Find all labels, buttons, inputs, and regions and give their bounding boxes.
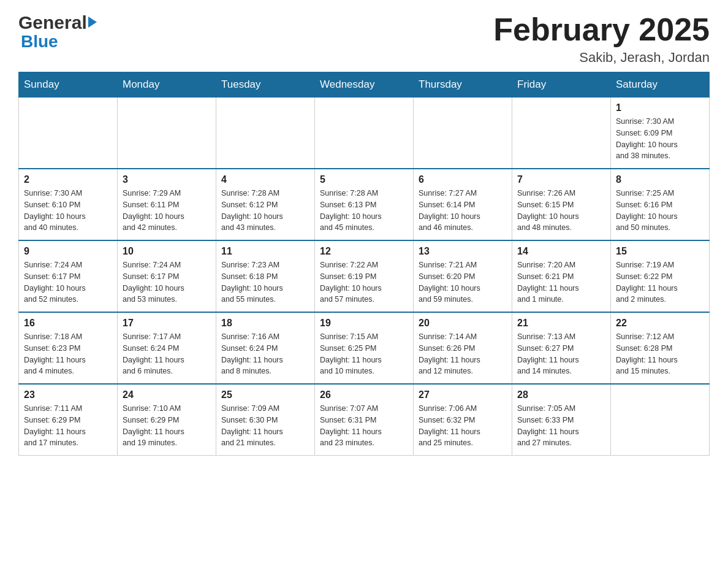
day-info: Sunrise: 7:16 AMSunset: 6:24 PMDaylight:… bbox=[221, 331, 309, 377]
day-info: Sunrise: 7:23 AMSunset: 6:18 PMDaylight:… bbox=[221, 259, 309, 305]
day-info: Sunrise: 7:30 AMSunset: 6:09 PMDaylight:… bbox=[616, 116, 704, 162]
day-number: 15 bbox=[616, 246, 704, 257]
day-info: Sunrise: 7:11 AMSunset: 6:29 PMDaylight:… bbox=[24, 403, 112, 449]
calendar-cell: 17Sunrise: 7:17 AMSunset: 6:24 PMDayligh… bbox=[118, 312, 216, 384]
day-info: Sunrise: 7:06 AMSunset: 6:32 PMDaylight:… bbox=[419, 403, 507, 449]
calendar-cell: 18Sunrise: 7:16 AMSunset: 6:24 PMDayligh… bbox=[216, 312, 315, 384]
calendar-cell: 12Sunrise: 7:22 AMSunset: 6:19 PMDayligh… bbox=[315, 240, 414, 312]
day-number: 8 bbox=[616, 174, 704, 185]
logo: General Blue bbox=[18, 12, 97, 50]
weekday-header-row: SundayMondayTuesdayWednesdayThursdayFrid… bbox=[19, 72, 710, 98]
calendar-week-3: 9Sunrise: 7:24 AMSunset: 6:17 PMDaylight… bbox=[19, 240, 710, 312]
calendar-cell bbox=[611, 384, 710, 456]
calendar-week-5: 23Sunrise: 7:11 AMSunset: 6:29 PMDayligh… bbox=[19, 384, 710, 456]
calendar-cell bbox=[315, 98, 414, 169]
calendar-cell bbox=[414, 98, 512, 169]
day-info: Sunrise: 7:30 AMSunset: 6:10 PMDaylight:… bbox=[24, 188, 112, 234]
title-block: February 2025 Sakib, Jerash, Jordan bbox=[493, 12, 710, 66]
day-number: 1 bbox=[616, 102, 704, 113]
day-info: Sunrise: 7:27 AMSunset: 6:14 PMDaylight:… bbox=[419, 188, 507, 234]
weekday-header-thursday: Thursday bbox=[414, 72, 512, 98]
calendar-cell: 28Sunrise: 7:05 AMSunset: 6:33 PMDayligh… bbox=[512, 384, 611, 456]
day-number: 21 bbox=[517, 318, 605, 329]
day-info: Sunrise: 7:18 AMSunset: 6:23 PMDaylight:… bbox=[24, 331, 112, 377]
day-number: 4 bbox=[221, 174, 309, 185]
day-number: 20 bbox=[419, 318, 507, 329]
day-number: 9 bbox=[24, 246, 112, 257]
calendar-week-4: 16Sunrise: 7:18 AMSunset: 6:23 PMDayligh… bbox=[19, 312, 710, 384]
calendar-cell: 24Sunrise: 7:10 AMSunset: 6:29 PMDayligh… bbox=[118, 384, 216, 456]
day-number: 14 bbox=[517, 246, 605, 257]
calendar-cell: 6Sunrise: 7:27 AMSunset: 6:14 PMDaylight… bbox=[414, 169, 512, 240]
day-number: 2 bbox=[24, 174, 112, 185]
calendar-cell: 3Sunrise: 7:29 AMSunset: 6:11 PMDaylight… bbox=[118, 169, 216, 240]
calendar-cell: 13Sunrise: 7:21 AMSunset: 6:20 PMDayligh… bbox=[414, 240, 512, 312]
calendar-week-2: 2Sunrise: 7:30 AMSunset: 6:10 PMDaylight… bbox=[19, 169, 710, 240]
day-number: 22 bbox=[616, 318, 704, 329]
calendar-cell bbox=[512, 98, 611, 169]
day-info: Sunrise: 7:12 AMSunset: 6:28 PMDaylight:… bbox=[616, 331, 704, 377]
calendar-cell bbox=[19, 98, 118, 169]
calendar-cell: 20Sunrise: 7:14 AMSunset: 6:26 PMDayligh… bbox=[414, 312, 512, 384]
day-info: Sunrise: 7:24 AMSunset: 6:17 PMDaylight:… bbox=[123, 259, 211, 305]
day-number: 19 bbox=[320, 318, 408, 329]
calendar-cell: 4Sunrise: 7:28 AMSunset: 6:12 PMDaylight… bbox=[216, 169, 315, 240]
day-number: 13 bbox=[419, 246, 507, 257]
day-info: Sunrise: 7:29 AMSunset: 6:11 PMDaylight:… bbox=[123, 188, 211, 234]
day-number: 11 bbox=[221, 246, 309, 257]
calendar-cell: 23Sunrise: 7:11 AMSunset: 6:29 PMDayligh… bbox=[19, 384, 118, 456]
calendar-cell: 11Sunrise: 7:23 AMSunset: 6:18 PMDayligh… bbox=[216, 240, 315, 312]
day-number: 27 bbox=[419, 389, 507, 400]
calendar-cell: 22Sunrise: 7:12 AMSunset: 6:28 PMDayligh… bbox=[611, 312, 710, 384]
day-number: 28 bbox=[517, 389, 605, 400]
logo-general-text: General bbox=[18, 12, 87, 33]
weekday-header-sunday: Sunday bbox=[19, 72, 118, 98]
day-info: Sunrise: 7:15 AMSunset: 6:25 PMDaylight:… bbox=[320, 331, 408, 377]
day-number: 16 bbox=[24, 318, 112, 329]
weekday-header-monday: Monday bbox=[118, 72, 216, 98]
calendar-cell bbox=[118, 98, 216, 169]
day-info: Sunrise: 7:13 AMSunset: 6:27 PMDaylight:… bbox=[517, 331, 605, 377]
day-info: Sunrise: 7:17 AMSunset: 6:24 PMDaylight:… bbox=[123, 331, 211, 377]
day-number: 10 bbox=[123, 246, 211, 257]
weekday-header-friday: Friday bbox=[512, 72, 611, 98]
day-number: 5 bbox=[320, 174, 408, 185]
weekday-header-tuesday: Tuesday bbox=[216, 72, 315, 98]
day-info: Sunrise: 7:22 AMSunset: 6:19 PMDaylight:… bbox=[320, 259, 408, 305]
day-number: 3 bbox=[123, 174, 211, 185]
calendar-cell: 10Sunrise: 7:24 AMSunset: 6:17 PMDayligh… bbox=[118, 240, 216, 312]
day-info: Sunrise: 7:10 AMSunset: 6:29 PMDaylight:… bbox=[123, 403, 211, 449]
day-info: Sunrise: 7:28 AMSunset: 6:12 PMDaylight:… bbox=[221, 188, 309, 234]
calendar-cell: 21Sunrise: 7:13 AMSunset: 6:27 PMDayligh… bbox=[512, 312, 611, 384]
day-info: Sunrise: 7:14 AMSunset: 6:26 PMDaylight:… bbox=[419, 331, 507, 377]
calendar-cell: 16Sunrise: 7:18 AMSunset: 6:23 PMDayligh… bbox=[19, 312, 118, 384]
calendar-cell: 26Sunrise: 7:07 AMSunset: 6:31 PMDayligh… bbox=[315, 384, 414, 456]
calendar-cell: 9Sunrise: 7:24 AMSunset: 6:17 PMDaylight… bbox=[19, 240, 118, 312]
day-info: Sunrise: 7:19 AMSunset: 6:22 PMDaylight:… bbox=[616, 259, 704, 305]
day-number: 26 bbox=[320, 389, 408, 400]
day-info: Sunrise: 7:09 AMSunset: 6:30 PMDaylight:… bbox=[221, 403, 309, 449]
calendar-cell: 8Sunrise: 7:25 AMSunset: 6:16 PMDaylight… bbox=[611, 169, 710, 240]
day-number: 12 bbox=[320, 246, 408, 257]
day-number: 25 bbox=[221, 389, 309, 400]
day-info: Sunrise: 7:24 AMSunset: 6:17 PMDaylight:… bbox=[24, 259, 112, 305]
day-info: Sunrise: 7:20 AMSunset: 6:21 PMDaylight:… bbox=[517, 259, 605, 305]
calendar-cell: 25Sunrise: 7:09 AMSunset: 6:30 PMDayligh… bbox=[216, 384, 315, 456]
day-info: Sunrise: 7:26 AMSunset: 6:15 PMDaylight:… bbox=[517, 188, 605, 234]
calendar-table: SundayMondayTuesdayWednesdayThursdayFrid… bbox=[18, 72, 710, 456]
logo-blue-text: Blue bbox=[21, 33, 58, 50]
calendar-title: February 2025 bbox=[493, 12, 710, 47]
calendar-cell: 7Sunrise: 7:26 AMSunset: 6:15 PMDaylight… bbox=[512, 169, 611, 240]
day-info: Sunrise: 7:07 AMSunset: 6:31 PMDaylight:… bbox=[320, 403, 408, 449]
calendar-subtitle: Sakib, Jerash, Jordan bbox=[493, 50, 710, 66]
calendar-cell: 14Sunrise: 7:20 AMSunset: 6:21 PMDayligh… bbox=[512, 240, 611, 312]
page-header: General Blue February 2025 Sakib, Jerash… bbox=[18, 12, 710, 66]
weekday-header-wednesday: Wednesday bbox=[315, 72, 414, 98]
calendar-week-1: 1Sunrise: 7:30 AMSunset: 6:09 PMDaylight… bbox=[19, 98, 710, 169]
calendar-cell: 5Sunrise: 7:28 AMSunset: 6:13 PMDaylight… bbox=[315, 169, 414, 240]
day-number: 18 bbox=[221, 318, 309, 329]
calendar-cell: 2Sunrise: 7:30 AMSunset: 6:10 PMDaylight… bbox=[19, 169, 118, 240]
day-number: 7 bbox=[517, 174, 605, 185]
weekday-header-saturday: Saturday bbox=[611, 72, 710, 98]
day-number: 23 bbox=[24, 389, 112, 400]
